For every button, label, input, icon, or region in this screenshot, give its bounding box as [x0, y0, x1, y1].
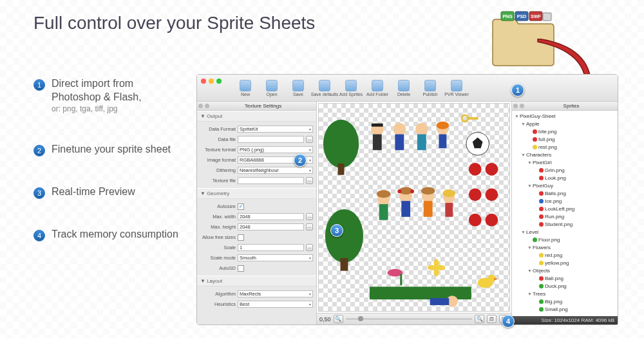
tree-folder[interactable]: ▼Level	[513, 228, 616, 236]
tree-folder[interactable]: ▼PixelGuy-Sheet	[513, 112, 616, 120]
tree-folder[interactable]: ▼Characters	[513, 151, 616, 158]
tree-folder[interactable]: ▼Objects	[513, 267, 616, 274]
svg-rect-21	[439, 135, 446, 149]
data-format-dropdown[interactable]: SpriteKit▾	[238, 126, 313, 133]
data-file-input[interactable]	[238, 136, 304, 143]
new-icon	[240, 80, 251, 91]
tree-folder[interactable]: ▼Apple	[513, 120, 616, 127]
pvr-viewer-icon	[451, 80, 462, 91]
window-controls[interactable]	[201, 79, 222, 84]
feature-item-2: 2 Finetune your sprite sheet	[33, 143, 185, 156]
algorithm-dropdown[interactable]: MaxRects▾	[238, 290, 313, 297]
max-width-browse-button[interactable]: ...	[306, 213, 313, 220]
add-folder-button[interactable]: Add Folder	[365, 77, 390, 99]
sprite-icon	[539, 168, 544, 173]
open-button[interactable]: Open	[259, 77, 285, 99]
new-button[interactable]: New	[232, 77, 258, 99]
chevron-down-icon: ▼	[527, 183, 531, 188]
tree-leaf[interactable]: rest.png	[513, 143, 616, 151]
svg-text:PSD: PSD	[517, 14, 526, 19]
sprite-icon	[539, 222, 544, 227]
tree-leaf[interactable]: LookLeft.png	[513, 205, 616, 212]
pvr-viewer-button[interactable]: PVR Viewer	[444, 77, 469, 99]
svg-point-44	[442, 189, 455, 197]
sprite-icon	[539, 307, 544, 312]
tree-leaf[interactable]: Duck.png	[513, 282, 616, 290]
callout-badge-1: 1	[511, 84, 524, 97]
texture-file-input[interactable]	[238, 177, 304, 184]
heuristics-dropdown[interactable]: Best▾	[238, 301, 313, 308]
auto-sd-checkbox[interactable]	[238, 265, 244, 272]
texture-file-label: Texture file	[200, 178, 236, 183]
sprite-icon	[533, 145, 537, 149]
save-defaults-icon	[319, 80, 330, 91]
sprite-icon	[539, 214, 544, 219]
publish-icon	[424, 80, 436, 91]
algorithm-label: Algorithm	[200, 291, 236, 297]
sprite-icon	[533, 238, 537, 242]
tree-leaf[interactable]: Big.png	[513, 297, 616, 305]
output-section-header[interactable]: ▼ Output	[197, 111, 316, 122]
auto-sd-label: AutoSD	[200, 265, 236, 271]
svg-rect-34	[379, 204, 388, 220]
publish-button[interactable]: Publish	[417, 77, 443, 99]
zoom-out-button[interactable]: 🔍	[334, 315, 343, 323]
max-height-browse-button[interactable]: ...	[306, 223, 313, 230]
sprite-tree[interactable]: ▼PixelGuy-Sheet▼Applebite.pngfull.pngres…	[512, 111, 618, 316]
save-defaults-button[interactable]: Save defaults	[312, 77, 337, 99]
svg-rect-25	[467, 117, 478, 120]
texture-file-browse-button[interactable]: ...	[306, 177, 313, 184]
sprite-canvas[interactable]	[318, 103, 510, 312]
tree-leaf[interactable]: Balls.png	[513, 189, 616, 197]
chevron-down-icon: ▼	[527, 268, 531, 273]
add-sprites-icon	[345, 80, 357, 91]
tree-folder[interactable]: ▼Trees	[513, 290, 616, 297]
scale-mode-dropdown[interactable]: Smooth▾	[238, 254, 313, 261]
toolbar: NewOpenSaveSave defaultsAdd SpritesAdd F…	[197, 75, 618, 102]
save-button[interactable]: Save	[285, 77, 311, 99]
svg-point-15	[393, 123, 406, 136]
tree-leaf[interactable]: Student.png	[513, 220, 616, 228]
tree-leaf[interactable]: red.png	[513, 251, 616, 259]
chevron-down-icon: ▼	[527, 292, 531, 296]
tree-leaf[interactable]: yellow.png	[513, 259, 616, 267]
svg-point-51	[428, 265, 437, 270]
tree-leaf[interactable]: full.png	[513, 135, 616, 143]
tree-leaf[interactable]: Grin.png	[513, 166, 616, 174]
max-width-input[interactable]: 2048	[238, 213, 304, 220]
feature-list: 1 Direct import from Photoshop & Flash,o…	[33, 77, 185, 270]
tree-folder[interactable]: ▼PixelGuy	[513, 182, 616, 189]
zoom-slider[interactable]	[346, 318, 472, 320]
tree-folder[interactable]: ▼Flowers	[513, 243, 616, 251]
layout-section-header[interactable]: ▼ Layout	[197, 276, 316, 286]
svg-rect-18	[417, 135, 426, 151]
add-sprites-button[interactable]: Add Sprites	[338, 77, 364, 99]
tree-leaf[interactable]: Floor.png	[513, 236, 616, 243]
svg-rect-13	[373, 135, 382, 151]
tree-leaf[interactable]: Run.png	[513, 212, 616, 220]
svg-point-31	[486, 214, 498, 227]
geometry-section-header[interactable]: ▼ Geometry	[197, 188, 316, 199]
dithering-dropdown[interactable]: NearestNeighbour▾	[238, 167, 313, 174]
tree-leaf[interactable]: Ice.png	[513, 197, 616, 205]
autosize-checkbox[interactable]: ✓	[238, 203, 244, 210]
tree-leaf[interactable]: Look.png	[513, 174, 616, 182]
zoom-in-button[interactable]: 🔍	[475, 315, 484, 323]
svg-text:SWF: SWF	[531, 14, 541, 19]
allow-free-sizes-checkbox[interactable]	[238, 234, 244, 241]
save-icon	[292, 80, 304, 91]
scale-mode-label: Scale mode	[200, 255, 236, 261]
feature-item-4: 4 Track memory consumption	[33, 228, 185, 241]
max-height-input[interactable]: 2048	[238, 223, 304, 230]
texture-format-dropdown[interactable]: PNG (.png)▾	[238, 146, 313, 153]
delete-button[interactable]: Delete	[391, 77, 417, 99]
scale-browse-button[interactable]: ...	[306, 244, 313, 251]
zoom-fit-button[interactable]: ⊡	[487, 315, 497, 323]
data-file-browse-button[interactable]: ...	[306, 136, 313, 143]
tree-leaf[interactable]: bite.png	[513, 127, 616, 135]
zoom-label: 0,50	[319, 316, 331, 323]
tree-leaf[interactable]: Ball.png	[513, 274, 616, 282]
tree-leaf[interactable]: Small.png	[513, 305, 616, 313]
tree-folder[interactable]: ▼PixelGirl	[513, 158, 616, 166]
scale-input[interactable]: 1	[238, 244, 304, 251]
